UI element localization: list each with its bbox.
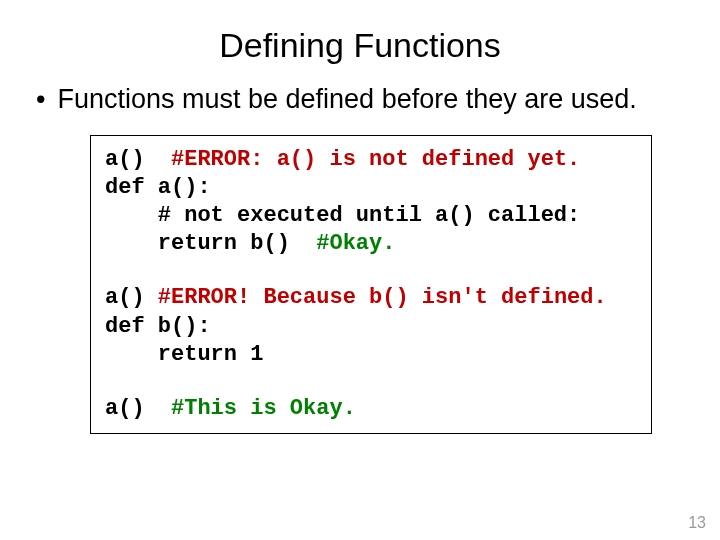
- bullet-dot-icon: •: [36, 83, 45, 115]
- code-text: return b(): [105, 231, 316, 256]
- code-line-5: a() #ERROR! Because b() isn't defined.: [105, 284, 637, 312]
- bullet-text: Functions must be defined before they ar…: [57, 83, 636, 117]
- code-line-2: def a():: [105, 174, 637, 202]
- code-comment-ok: #Okay.: [316, 231, 395, 256]
- code-gap: [105, 258, 637, 284]
- page-number: 13: [688, 514, 706, 532]
- code-line-3: # not executed until a() called:: [105, 202, 637, 230]
- code-comment-error: #ERROR: a() is not defined yet.: [171, 147, 580, 172]
- code-comment-error: #ERROR! Because b() isn't defined.: [158, 285, 607, 310]
- code-comment-ok: #This is Okay.: [171, 396, 356, 421]
- code-text: a(): [105, 396, 171, 421]
- code-text: a(): [105, 147, 171, 172]
- slide: Defining Functions • Functions must be d…: [0, 0, 720, 540]
- code-line-1: a() #ERROR: a() is not defined yet.: [105, 146, 637, 174]
- code-line-8: a() #This is Okay.: [105, 395, 637, 423]
- bullet-item: • Functions must be defined before they …: [36, 83, 690, 117]
- code-box: a() #ERROR: a() is not defined yet. def …: [90, 135, 652, 434]
- code-line-4: return b() #Okay.: [105, 230, 637, 258]
- code-text: a(): [105, 285, 158, 310]
- code-gap: [105, 369, 637, 395]
- code-line-6: def b():: [105, 313, 637, 341]
- code-line-7: return 1: [105, 341, 637, 369]
- slide-title: Defining Functions: [30, 26, 690, 65]
